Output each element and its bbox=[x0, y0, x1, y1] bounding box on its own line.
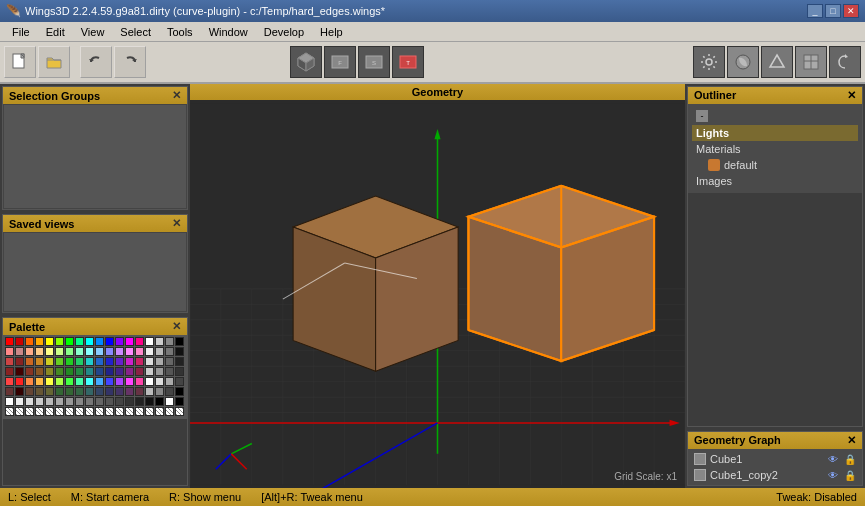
menu-window[interactable]: Window bbox=[201, 24, 256, 40]
palette-cell[interactable] bbox=[5, 387, 14, 396]
cube1-lock[interactable]: 🔒 bbox=[844, 454, 856, 464]
palette-cell[interactable] bbox=[135, 367, 144, 376]
palette-cell[interactable] bbox=[35, 347, 44, 356]
palette-cell-hatch[interactable] bbox=[105, 407, 114, 416]
palette-cell[interactable] bbox=[95, 387, 104, 396]
outliner-close[interactable]: ✕ bbox=[847, 89, 856, 102]
palette-close[interactable]: ✕ bbox=[172, 320, 181, 333]
wireframe-button[interactable] bbox=[761, 46, 793, 78]
palette-cell-hatch[interactable] bbox=[145, 407, 154, 416]
menu-develop[interactable]: Develop bbox=[256, 24, 312, 40]
palette-cell[interactable] bbox=[65, 367, 74, 376]
palette-cell[interactable] bbox=[25, 367, 34, 376]
palette-cell[interactable] bbox=[45, 357, 54, 366]
palette-cell[interactable] bbox=[35, 377, 44, 386]
palette-cell[interactable] bbox=[175, 387, 184, 396]
palette-cell[interactable] bbox=[25, 357, 34, 366]
palette-cell[interactable] bbox=[85, 357, 94, 366]
palette-cell[interactable] bbox=[5, 357, 14, 366]
palette-cell[interactable] bbox=[115, 387, 124, 396]
palette-cell[interactable] bbox=[85, 387, 94, 396]
palette-cell[interactable] bbox=[165, 337, 174, 346]
palette-cell-hatch[interactable] bbox=[65, 407, 74, 416]
palette-cell[interactable] bbox=[25, 347, 34, 356]
palette-cell[interactable] bbox=[85, 337, 94, 346]
palette-cell[interactable] bbox=[145, 377, 154, 386]
view-side[interactable]: S bbox=[358, 46, 390, 78]
palette-cell[interactable] bbox=[5, 367, 14, 376]
palette-cell-hatch[interactable] bbox=[125, 407, 134, 416]
palette-cell[interactable] bbox=[105, 397, 114, 406]
palette-cell[interactable] bbox=[175, 377, 184, 386]
cube1-copy2-lock[interactable]: 🔒 bbox=[844, 470, 856, 480]
palette-cell[interactable] bbox=[105, 377, 114, 386]
palette-cell-hatch[interactable] bbox=[35, 407, 44, 416]
palette-cell[interactable] bbox=[155, 337, 164, 346]
palette-cell[interactable] bbox=[95, 337, 104, 346]
palette-cell[interactable] bbox=[45, 337, 54, 346]
palette-cell[interactable] bbox=[145, 367, 154, 376]
palette-cell[interactable] bbox=[125, 347, 134, 356]
palette-cell[interactable] bbox=[135, 387, 144, 396]
palette-cell[interactable] bbox=[25, 337, 34, 346]
cube1-copy2-visibility[interactable]: 👁 bbox=[826, 470, 840, 480]
palette-cell[interactable] bbox=[85, 397, 94, 406]
palette-cell[interactable] bbox=[105, 367, 114, 376]
palette-cell[interactable] bbox=[135, 337, 144, 346]
palette-cell[interactable] bbox=[135, 397, 144, 406]
palette-cell[interactable] bbox=[5, 347, 14, 356]
menu-edit[interactable]: Edit bbox=[38, 24, 73, 40]
palette-cell[interactable] bbox=[45, 397, 54, 406]
view-cube-perspective[interactable] bbox=[290, 46, 322, 78]
palette-cell[interactable] bbox=[45, 347, 54, 356]
palette-cell[interactable] bbox=[55, 337, 64, 346]
palette-cell[interactable] bbox=[165, 357, 174, 366]
palette-cell[interactable] bbox=[65, 377, 74, 386]
palette-cell[interactable] bbox=[25, 377, 34, 386]
view-top[interactable]: T bbox=[392, 46, 424, 78]
palette-cell-hatch[interactable] bbox=[15, 407, 24, 416]
palette-cell-hatch[interactable] bbox=[55, 407, 64, 416]
undo-button[interactable] bbox=[80, 46, 112, 78]
palette-cell[interactable] bbox=[55, 387, 64, 396]
palette-cell[interactable] bbox=[95, 367, 104, 376]
palette-cell[interactable] bbox=[175, 347, 184, 356]
palette-cell[interactable] bbox=[155, 347, 164, 356]
palette-cell[interactable] bbox=[75, 397, 84, 406]
palette-cell[interactable] bbox=[115, 377, 124, 386]
palette-cell[interactable] bbox=[35, 357, 44, 366]
palette-cell[interactable] bbox=[55, 377, 64, 386]
palette-cell[interactable] bbox=[145, 337, 154, 346]
palette-cell[interactable] bbox=[5, 377, 14, 386]
maximize-button[interactable]: □ bbox=[825, 4, 841, 18]
palette-cell[interactable] bbox=[145, 387, 154, 396]
palette-cell[interactable] bbox=[105, 337, 114, 346]
palette-cell-hatch[interactable] bbox=[175, 407, 184, 416]
palette-cell[interactable] bbox=[55, 347, 64, 356]
palette-cell[interactable] bbox=[115, 347, 124, 356]
palette-cell[interactable] bbox=[75, 357, 84, 366]
outliner-images[interactable]: Images bbox=[692, 173, 858, 189]
palette-cell[interactable] bbox=[95, 397, 104, 406]
palette-cell[interactable] bbox=[55, 397, 64, 406]
palette-cell[interactable] bbox=[85, 347, 94, 356]
viewport-canvas[interactable]: Grid Scale: x1 bbox=[190, 100, 685, 488]
palette-cell[interactable] bbox=[25, 397, 34, 406]
palette-cell-hatch[interactable] bbox=[165, 407, 174, 416]
palette-cell-hatch[interactable] bbox=[115, 407, 124, 416]
palette-cell[interactable] bbox=[115, 337, 124, 346]
palette-cell[interactable] bbox=[135, 357, 144, 366]
palette-cell[interactable] bbox=[65, 357, 74, 366]
palette-cell[interactable] bbox=[15, 377, 24, 386]
close-button[interactable]: ✕ bbox=[843, 4, 859, 18]
palette-cell[interactable] bbox=[55, 367, 64, 376]
palette-cell[interactable] bbox=[145, 347, 154, 356]
palette-cell[interactable] bbox=[45, 387, 54, 396]
palette-cell[interactable] bbox=[25, 387, 34, 396]
palette-cell[interactable] bbox=[85, 367, 94, 376]
selection-groups-close[interactable]: ✕ bbox=[172, 89, 181, 102]
palette-cell[interactable] bbox=[155, 367, 164, 376]
palette-cell[interactable] bbox=[35, 397, 44, 406]
palette-cell[interactable] bbox=[15, 387, 24, 396]
palette-cell[interactable] bbox=[155, 377, 164, 386]
